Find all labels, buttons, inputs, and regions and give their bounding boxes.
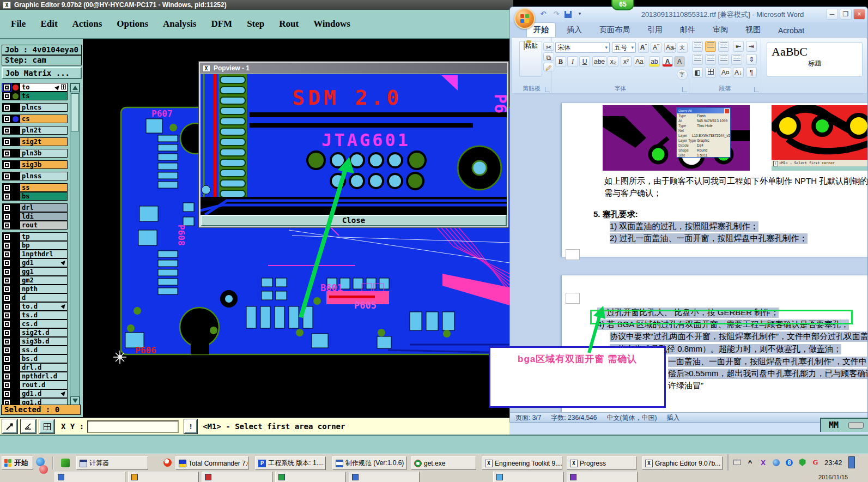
layer-visibility-checkbox[interactable] [2,285,11,293]
xserver-icon[interactable]: X [759,459,767,467]
layer-row-gd1.d[interactable]: gd1.d [2,389,68,398]
layer-visibility-checkbox[interactable] [2,346,11,354]
asian-layout-icon[interactable]: A¤ [720,67,731,78]
numbering-icon[interactable] [705,41,716,52]
layer-name-label[interactable]: npth [20,285,68,293]
layer-row-sig2t[interactable]: sig2t [2,137,68,146]
layer-visibility-checkbox[interactable] [2,320,11,328]
layer-row-ldi[interactable]: ldi [2,212,68,221]
taskbar-item-2[interactable]: Total Commander 7.0... [175,456,248,470]
show-desktop-widget[interactable] [848,456,855,468]
minimize-button[interactable]: ─ [826,9,838,20]
layer-row-rout[interactable]: rout [2,221,68,230]
taskbar-row2-item[interactable] [128,472,199,482]
align-left-icon[interactable] [692,54,703,65]
menu-step[interactable]: Step [247,19,264,29]
layer-visibility-checkbox[interactable] [2,172,11,180]
popview-title-bar[interactable]: Popview - 1 [200,63,507,74]
status-language[interactable]: 中文(简体，中国) [606,413,657,423]
menu-options[interactable]: Options [117,19,148,29]
layer-name-label[interactable]: bs.d [20,354,68,363]
layer-row-drl[interactable]: drl [2,203,68,212]
taskbar-item-8[interactable]: Graphic Editor 9.07b... [642,456,723,470]
menu-actions[interactable]: Actions [72,19,102,29]
layer-name-label[interactable]: sig3b.d [20,337,68,346]
layer-name-label[interactable]: gd1 [20,258,68,267]
layer-row-rout.d[interactable]: rout.d [2,381,68,389]
layer-visibility-checkbox[interactable] [2,389,11,398]
superscript-button[interactable]: x² [621,56,632,67]
layer-name-label[interactable]: gd1.d [20,389,68,398]
layer-name-label[interactable]: rout [20,221,68,230]
borders-icon[interactable] [705,67,716,78]
layer-row-sig3b.d[interactable]: sig3b.d [2,337,68,346]
layer-visibility-checkbox[interactable] [2,183,11,192]
network-icon[interactable] [772,459,780,467]
layer-name-label[interactable]: bp [20,241,68,250]
layer-name-label[interactable]: plnss [20,172,68,180]
layer-name-label[interactable]: gm2 [20,276,68,285]
italic-button[interactable]: I [567,56,578,67]
layer-visibility-checkbox[interactable] [2,258,11,267]
multilevel-list-icon[interactable] [718,41,729,52]
align-center-icon[interactable] [705,54,716,65]
layer-row-ss.d[interactable]: ss.d [2,346,68,354]
layer-name-label[interactable]: d [20,293,68,302]
font-name-combo[interactable]: 宋体▾ [555,42,610,53]
shading-icon[interactable]: ◧ [692,67,703,78]
layer-row-plncs[interactable]: plncs [2,103,68,112]
bold-button[interactable]: B [555,56,566,67]
clear-format-button[interactable]: Aa̶ [664,42,676,53]
layer-name-label[interactable]: pln2t [20,126,68,135]
layer-visibility-checkbox[interactable] [2,83,11,92]
taskbar-item-3[interactable]: 工程系统 版本: 1.... [255,456,326,470]
word-tab-插入[interactable]: 插入 [560,23,588,37]
taskbar-item-1[interactable]: 计算器 [76,456,148,470]
layer-visibility-checkbox[interactable] [2,328,11,337]
layer-row-pln2t[interactable]: pln2t [2,126,68,135]
layer-name-label[interactable]: drl [20,203,68,212]
layer-row-cs.d[interactable]: cs.d [2,320,68,328]
increase-indent-icon[interactable]: ⇥ [746,41,757,52]
menu-dfm[interactable]: DFM [211,19,232,29]
keyboard-icon[interactable] [733,459,741,467]
layer-visibility-checkbox[interactable] [2,160,11,169]
word-tab-审阅[interactable]: 审阅 [706,23,735,37]
layer-visibility-checkbox[interactable] [2,126,11,135]
layer-visibility-checkbox[interactable] [2,267,11,276]
layer-visibility-checkbox[interactable] [2,250,11,258]
status-wordcount[interactable]: 字数: 236/4,546 [551,413,597,423]
word-tab-引用[interactable]: 引用 [641,23,669,37]
taskbar-row2-item[interactable] [202,472,272,482]
maximize-button[interactable]: ❐ [840,9,852,20]
layer-visibility-checkbox[interactable] [2,293,11,302]
menu-rout[interactable]: Rout [279,19,299,29]
layer-visibility-checkbox[interactable] [2,302,11,311]
layer-name-label[interactable]: tp [20,232,68,241]
layer-name-label[interactable]: rout.d [20,381,68,389]
measure-tool-icon[interactable] [21,419,36,433]
scroll-thumb[interactable] [71,93,79,131]
font-size-combo[interactable]: 五号▾ [612,42,636,53]
scroll-up-icon[interactable] [70,83,80,92]
paste-button[interactable]: 粘贴 [519,41,542,77]
save-icon[interactable] [564,11,572,18]
app-tray-icon[interactable] [39,465,48,474]
layer-name-label[interactable]: pln3b [20,149,68,158]
change-case-button[interactable]: Aa [634,56,645,67]
paragraph-dialog-launcher[interactable] [754,87,759,92]
char-shading-button[interactable]: A [674,56,685,67]
zoom-tool-icon[interactable] [2,419,17,433]
menu-analysis[interactable]: Analysis [163,19,196,29]
g-app-icon[interactable]: G [811,459,820,467]
layer-name-label[interactable]: sig2t.d [20,328,68,337]
strikethrough-button[interactable]: abe [592,56,606,67]
show-marks-icon[interactable]: ¶ [746,67,757,78]
layer-visibility-checkbox[interactable] [2,398,11,405]
layer-name-label[interactable]: ss.d [20,346,68,354]
layer-row-to[interactable]: to [2,83,68,92]
layer-name-label[interactable]: cs [20,115,68,123]
job-matrix-button[interactable]: Job Matrix ... [2,67,82,79]
word-tab-视图[interactable]: 视图 [739,23,767,37]
undo-icon[interactable]: ↶ [538,9,548,19]
